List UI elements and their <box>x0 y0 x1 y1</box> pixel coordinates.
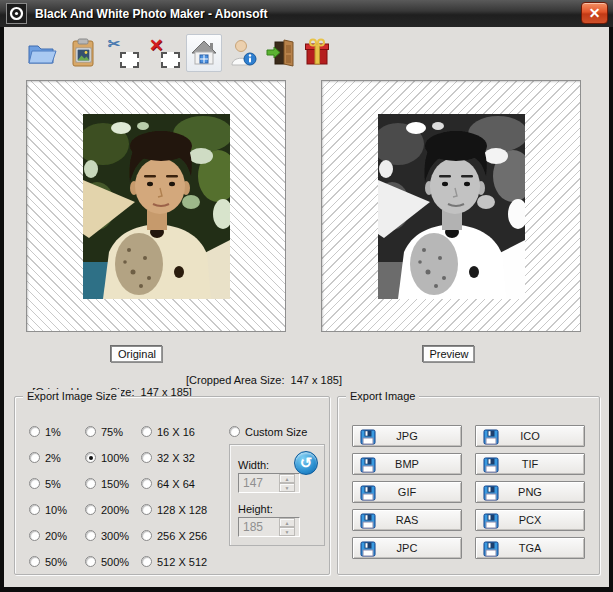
export-image-caption: Export Image <box>346 390 419 402</box>
radio-circle <box>85 426 96 437</box>
radio-circle <box>29 556 40 567</box>
radio-50pct[interactable]: 50% <box>29 555 67 568</box>
export-jpc-button[interactable]: JPC <box>352 537 462 559</box>
selection-picture-icon <box>161 52 180 68</box>
floppy-disk-icon <box>360 429 376 445</box>
radio-75pct[interactable]: 75% <box>85 425 123 438</box>
cancel-crop-icon: ✕ <box>150 38 180 68</box>
radio-512x512[interactable]: 512 X 512 <box>141 555 207 568</box>
radio-circle <box>29 426 40 437</box>
export-bmp-button[interactable]: BMP <box>352 453 462 475</box>
close-button[interactable]: ✕ <box>581 2 608 24</box>
export-ico-button[interactable]: ICO <box>475 425 585 447</box>
floppy-disk-icon <box>483 457 499 473</box>
selection-picture-icon <box>120 52 139 68</box>
radio-256x256[interactable]: 256 X 256 <box>141 529 207 542</box>
radio-custom-size[interactable]: Custom Size <box>229 425 307 438</box>
app-icon <box>6 3 27 24</box>
radio-5pct[interactable]: 5% <box>29 477 61 490</box>
paste-image-button[interactable] <box>65 34 101 72</box>
width-label: Width: <box>238 459 269 471</box>
scissors-icon: ✂ <box>108 35 121 53</box>
radio-10pct[interactable]: 10% <box>29 503 67 516</box>
radio-200pct[interactable]: 200% <box>85 503 129 516</box>
cancel-crop-button[interactable]: ✕ <box>147 34 183 72</box>
radio-circle <box>141 530 152 541</box>
height-down-button[interactable]: ▼ <box>279 527 295 536</box>
app-logo-icon <box>9 6 24 21</box>
radio-circle <box>141 452 152 463</box>
floppy-disk-icon <box>360 513 376 529</box>
radio-1pct[interactable]: 1% <box>29 425 61 438</box>
radio-circle <box>85 556 96 567</box>
radio-2pct[interactable]: 2% <box>29 451 61 464</box>
radio-circle <box>29 452 40 463</box>
radio-circle <box>85 478 96 489</box>
home-icon <box>190 39 218 67</box>
export-ras-button[interactable]: RAS <box>352 509 462 531</box>
gift-button[interactable] <box>299 34 335 72</box>
radio-128x128[interactable]: 128 X 128 <box>141 503 207 516</box>
radio-circle <box>29 478 40 489</box>
radio-circle <box>29 530 40 541</box>
titlebar: Black And White Photo Maker - Abonsoft ✕ <box>0 0 613 27</box>
floppy-disk-icon <box>360 541 376 557</box>
radio-20pct[interactable]: 20% <box>29 529 67 542</box>
toolbar: ✂ ✕ <box>4 34 609 74</box>
radio-150pct[interactable]: 150% <box>85 477 129 490</box>
radio-300pct[interactable]: 300% <box>85 529 129 542</box>
radio-circle <box>229 426 240 437</box>
export-jpg-button[interactable]: JPG <box>352 425 462 447</box>
width-up-button[interactable]: ▲ <box>279 474 295 483</box>
radio-32x32[interactable]: 32 X 32 <box>141 451 195 464</box>
about-button[interactable] <box>225 34 261 72</box>
export-tif-button[interactable]: TIF <box>475 453 585 475</box>
radio-circle <box>141 478 152 489</box>
width-spinner: ▲ ▼ <box>238 473 300 493</box>
radio-circle <box>85 504 96 515</box>
width-spin-arrows: ▲ ▼ <box>279 474 295 492</box>
paste-image-icon <box>70 38 96 68</box>
radio-circle <box>85 452 96 463</box>
export-size-caption: Export Image Size <box>23 390 121 402</box>
height-spin-arrows: ▲ ▼ <box>279 518 295 536</box>
open-image-button[interactable] <box>24 34 60 72</box>
floppy-disk-icon <box>483 429 499 445</box>
export-gif-button[interactable]: GIF <box>352 481 462 503</box>
user-info-icon <box>229 38 257 68</box>
height-up-button[interactable]: ▲ <box>279 518 295 527</box>
preview-label: Preview <box>423 346 475 363</box>
window-title: Black And White Photo Maker - Abonsoft <box>35 7 267 21</box>
radio-16x16[interactable]: 16 X 16 <box>141 425 195 438</box>
floppy-disk-icon <box>483 513 499 529</box>
crop-image-button[interactable]: ✂ <box>106 34 142 72</box>
radio-circle <box>141 426 152 437</box>
export-pcx-button[interactable]: PCX <box>475 509 585 531</box>
radio-circle <box>141 504 152 515</box>
open-folder-icon <box>27 40 57 66</box>
width-input[interactable] <box>239 474 279 492</box>
exit-button[interactable] <box>262 34 298 72</box>
height-input[interactable] <box>239 518 279 536</box>
floppy-disk-icon <box>360 485 376 501</box>
export-size-group: Export Image Size 1% 2% 5% 10% 20% 50% 7… <box>14 396 330 575</box>
refresh-size-button[interactable]: ↺ <box>294 451 318 475</box>
cropped-size-text: [Cropped Area Size: 147 x 185] <box>186 374 342 386</box>
gift-icon <box>303 38 331 68</box>
app-window: Black And White Photo Maker - Abonsoft ✕ <box>0 0 613 592</box>
preview-image-panel[interactable] <box>321 80 581 332</box>
radio-500pct[interactable]: 500% <box>85 555 129 568</box>
home-button[interactable] <box>186 34 222 72</box>
export-png-button[interactable]: PNG <box>475 481 585 503</box>
preview-photo <box>378 114 525 299</box>
client-area: ✂ ✕ <box>4 27 609 587</box>
radio-64x64[interactable]: 64 X 64 <box>141 477 195 490</box>
floppy-disk-icon <box>483 485 499 501</box>
radio-circle <box>29 504 40 515</box>
width-down-button[interactable]: ▼ <box>279 483 295 492</box>
original-image-panel[interactable] <box>26 80 286 332</box>
export-tga-button[interactable]: TGA <box>475 537 585 559</box>
export-image-group: Export Image JPG BMP GIF RAS JPC ICO TIF… <box>337 396 600 575</box>
radio-100pct[interactable]: 100% <box>85 451 129 464</box>
floppy-disk-icon <box>483 541 499 557</box>
